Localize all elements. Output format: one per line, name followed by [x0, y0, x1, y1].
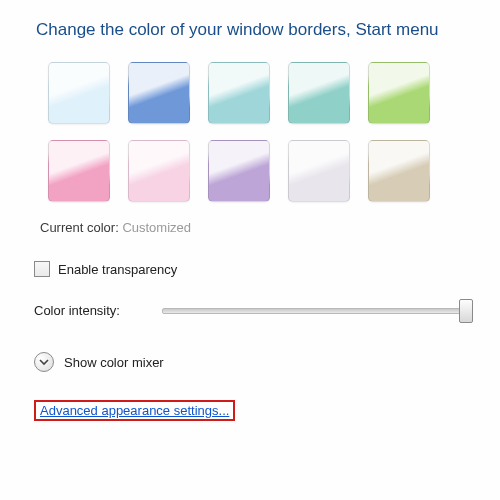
transparency-row: Enable transparency [34, 261, 480, 277]
current-color-line: Current color: Customized [40, 220, 480, 235]
advanced-appearance-link[interactable]: Advanced appearance settings... [40, 403, 229, 418]
intensity-slider[interactable] [162, 308, 470, 314]
color-swatch-4[interactable] [368, 62, 430, 124]
intensity-label: Color intensity: [34, 303, 162, 318]
color-mixer-label: Show color mixer [64, 355, 164, 370]
chevron-down-icon [39, 357, 49, 367]
current-color-label: Current color: [40, 220, 119, 235]
intensity-row: Color intensity: [34, 303, 480, 318]
intensity-slider-thumb[interactable] [459, 299, 473, 323]
page-title: Change the color of your window borders,… [36, 20, 480, 40]
transparency-label: Enable transparency [58, 262, 177, 277]
current-color-value: Customized [122, 220, 191, 235]
color-swatch-5[interactable] [48, 140, 110, 202]
color-swatch-6[interactable] [128, 140, 190, 202]
color-mixer-toggle[interactable] [34, 352, 54, 372]
advanced-link-highlight: Advanced appearance settings... [34, 400, 235, 421]
color-swatch-8[interactable] [288, 140, 350, 202]
color-swatch-7[interactable] [208, 140, 270, 202]
color-swatch-3[interactable] [288, 62, 350, 124]
color-swatch-1[interactable] [128, 62, 190, 124]
color-swatch-2[interactable] [208, 62, 270, 124]
color-swatch-grid [48, 62, 480, 202]
color-mixer-row: Show color mixer [34, 352, 480, 372]
color-swatch-0[interactable] [48, 62, 110, 124]
transparency-checkbox[interactable] [34, 261, 50, 277]
color-swatch-9[interactable] [368, 140, 430, 202]
